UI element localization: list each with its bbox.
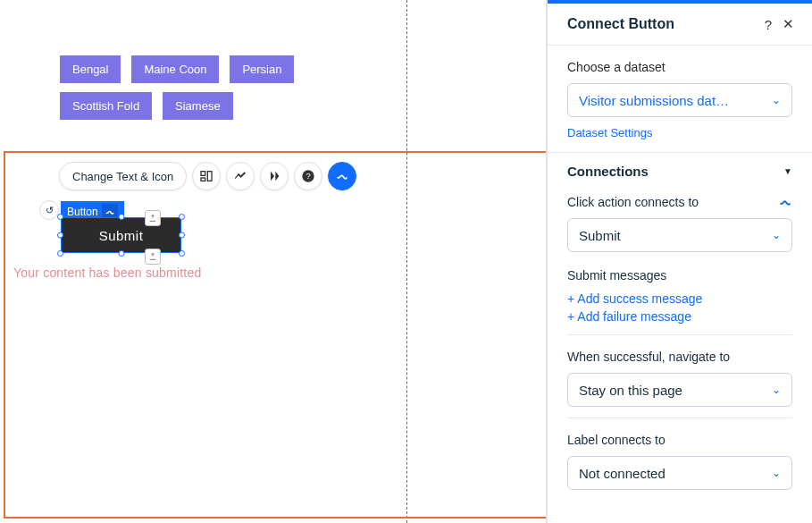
click-action-label: Click action connects to (567, 195, 699, 209)
connect-data-icon[interactable] (328, 162, 356, 190)
padding-handle-top[interactable] (145, 210, 161, 226)
navigate-select[interactable]: Stay on this page ⌄ (567, 373, 792, 407)
chevron-down-icon: ⌄ (772, 229, 781, 241)
submit-status-message: Your content has been submitted (13, 266, 201, 280)
svg-rect-2 (201, 178, 205, 181)
dataset-select[interactable]: Visitor submissions dat… ⌄ (567, 83, 792, 117)
label-connects-label: Label connects to (567, 433, 792, 447)
dataset-select-value: Visitor submissions dat… (579, 93, 729, 108)
layout-icon[interactable] (192, 162, 221, 190)
tag-group: Bengal Maine Coon Persian Scottish Fold … (60, 55, 319, 129)
chevron-down-icon: ⌄ (772, 94, 781, 106)
add-failure-message-link[interactable]: + Add failure message (567, 309, 792, 324)
dataset-settings-link[interactable]: Dataset Settings (567, 126, 652, 139)
svg-rect-1 (208, 172, 213, 181)
chevron-down-icon: ⌄ (772, 384, 781, 396)
tag-item[interactable]: Persian (230, 55, 294, 83)
tag-item[interactable]: Maine Coon (131, 55, 219, 83)
panel-header: Connect Button ? ✕ (548, 4, 812, 45)
collapse-icon: ▼ (783, 166, 792, 176)
label-connects-section: Label connects to Not connected ⌄ (548, 418, 812, 502)
connected-icon (778, 195, 792, 209)
close-icon[interactable]: ✕ (783, 16, 794, 32)
click-action-label-row: Click action connects to (567, 195, 792, 209)
panel-help-icon[interactable]: ? (765, 17, 772, 32)
add-success-message-link[interactable]: + Add success message (567, 291, 792, 306)
click-action-select[interactable]: Submit ⌄ (567, 218, 792, 252)
svg-rect-0 (201, 172, 205, 176)
label-connects-select[interactable]: Not connected ⌄ (567, 456, 792, 490)
label-connects-value: Not connected (579, 466, 666, 481)
selected-element[interactable]: Submit (61, 217, 181, 253)
click-action-value: Submit (579, 228, 621, 243)
element-type-label: Button (67, 206, 98, 218)
editor-canvas[interactable]: Bengal Maine Coon Persian Scottish Fold … (0, 0, 545, 523)
design-icon[interactable] (226, 162, 255, 190)
padding-handle-bottom[interactable] (145, 249, 161, 265)
animation-icon[interactable] (260, 162, 289, 190)
tag-item[interactable]: Scottish Fold (60, 92, 152, 120)
dataset-label: Choose a dataset (567, 60, 792, 74)
tag-item[interactable]: Siamese (163, 92, 233, 120)
undo-icon[interactable]: ↺ (39, 200, 59, 220)
connections-heading: Connections (567, 164, 649, 179)
page-center-guide (406, 0, 407, 523)
dataset-section: Choose a dataset Visitor submissions dat… (548, 46, 812, 152)
change-text-icon-button[interactable]: Change Text & Icon (59, 162, 187, 190)
svg-text:?: ? (306, 172, 311, 181)
help-icon[interactable]: ? (294, 162, 322, 190)
navigate-section: When successful, navigate to Stay on thi… (548, 335, 812, 418)
connections-header[interactable]: Connections ▼ (548, 153, 812, 190)
submit-button[interactable]: Submit (61, 217, 181, 253)
chevron-down-icon: ⌄ (772, 467, 781, 479)
submit-messages-section: Submit messages + Add success message + … (548, 265, 812, 334)
navigate-label: When successful, navigate to (567, 350, 792, 364)
panel-title: Connect Button (567, 16, 674, 32)
navigate-value: Stay on this page (579, 383, 682, 398)
click-action-section: Click action connects to Submit ⌄ (548, 190, 812, 265)
element-toolbar: Change Text & Icon ? (59, 162, 356, 190)
submit-messages-label: Submit messages (567, 268, 792, 283)
connect-panel: Connect Button ? ✕ Choose a dataset Visi… (548, 0, 812, 523)
tag-item[interactable]: Bengal (60, 55, 121, 83)
